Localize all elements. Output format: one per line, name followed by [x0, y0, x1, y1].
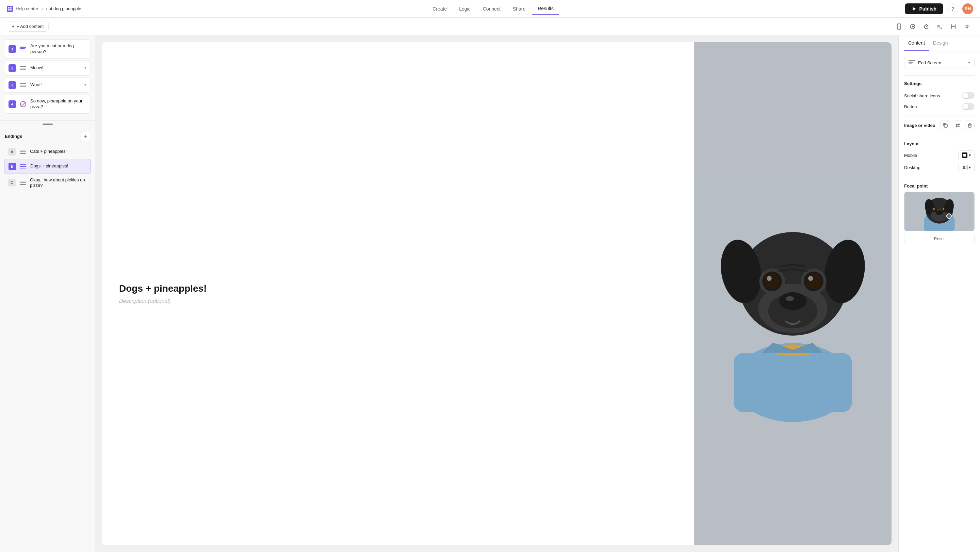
- endings-title: Endings: [5, 134, 22, 139]
- button-row: Button: [904, 101, 975, 112]
- question-item-3[interactable]: 3 Woof! ▾: [4, 78, 91, 92]
- svg-point-43: [786, 296, 794, 301]
- tab-content[interactable]: Content: [904, 35, 929, 51]
- svg-rect-59: [963, 154, 966, 157]
- tab-design[interactable]: Design: [929, 35, 952, 51]
- svg-rect-35: [733, 353, 852, 412]
- right-panel: Content Design End Screen ▾ Settings: [898, 35, 980, 552]
- endings-header: Endings +: [4, 132, 91, 141]
- desktop-layout-icon: [962, 165, 967, 170]
- panel-content: End Screen ▾ Settings Social share icons…: [899, 51, 980, 250]
- question-text-1: Are you a cat or a dog person?: [30, 43, 86, 55]
- publish-icon: [912, 6, 916, 11]
- canvas-wrapper: Dogs + pineapples! Description (optional…: [95, 35, 898, 552]
- svg-line-11: [926, 26, 927, 27]
- reset-button[interactable]: Reset: [904, 234, 975, 244]
- svg-rect-0: [8, 7, 10, 8]
- variables-icon[interactable]: [947, 21, 959, 33]
- copy-image-button[interactable]: [940, 121, 950, 130]
- help-button[interactable]: ?: [947, 3, 958, 14]
- arrow-icon-2: ▾: [84, 66, 86, 70]
- focal-point-title: Focal point: [904, 183, 975, 189]
- dog-photo: [694, 42, 891, 545]
- add-ending-button[interactable]: +: [81, 132, 90, 141]
- focal-thumbnail[interactable]: [904, 192, 975, 231]
- canvas-area: Dogs + pineapples! Description (optional…: [95, 35, 898, 552]
- question-item-1[interactable]: 1 Are you a cat or a dog person?: [4, 40, 91, 59]
- swap-image-button[interactable]: [953, 121, 962, 130]
- social-share-label: Social share icons: [904, 93, 940, 99]
- publish-button[interactable]: Publish: [905, 3, 943, 14]
- mobile-layout-select[interactable]: ▾: [958, 150, 975, 160]
- section-divider-2: [904, 137, 975, 137]
- svg-rect-32: [20, 184, 26, 185]
- svg-rect-23: [20, 86, 26, 87]
- button-toggle-knob: [963, 104, 969, 109]
- svg-marker-4: [913, 7, 916, 11]
- end-screen-dropdown[interactable]: End Screen ▾: [904, 57, 975, 68]
- button-toggle[interactable]: [962, 103, 975, 110]
- social-share-toggle[interactable]: [962, 92, 975, 99]
- svg-point-48: [764, 274, 780, 289]
- svg-rect-28: [20, 166, 26, 167]
- tab-connect[interactable]: Connect: [477, 3, 506, 14]
- ending-text-b: Dogs + pineapples!: [30, 163, 86, 169]
- end-screen-label: End Screen: [918, 60, 966, 65]
- question-item-2[interactable]: 2 Meow! ▾: [4, 60, 91, 76]
- delete-image-button[interactable]: [965, 121, 975, 130]
- settings-icon[interactable]: [961, 21, 973, 33]
- ending-item-b[interactable]: B Dogs + pineapples!: [4, 159, 91, 174]
- tab-results[interactable]: Results: [532, 3, 559, 14]
- ending-icon-a: [19, 148, 27, 156]
- question-number-4: 4: [8, 100, 16, 108]
- ending-badge-a: A: [8, 148, 16, 156]
- tab-share[interactable]: Share: [508, 3, 531, 14]
- main-layout: 1 Are you a cat or a dog person? 2: [0, 35, 980, 552]
- svg-rect-52: [908, 60, 915, 61]
- image-video-label: Image or video: [904, 123, 935, 128]
- svg-rect-19: [20, 68, 26, 68]
- add-icon: +: [12, 24, 14, 29]
- desktop-layout-select[interactable]: ▾: [958, 163, 975, 172]
- svg-rect-26: [20, 153, 26, 154]
- endings-section: Endings + A Cats + pineapples! B: [0, 127, 95, 196]
- user-avatar[interactable]: RH: [962, 3, 973, 14]
- svg-point-49: [806, 274, 821, 289]
- sidebar: 1 Are you a cat or a dog person? 2: [0, 35, 95, 552]
- svg-point-73: [943, 208, 944, 210]
- toolbar: + + Add content: [0, 18, 980, 35]
- scroll-indicator: [0, 121, 95, 127]
- play-icon[interactable]: [907, 21, 919, 33]
- svg-rect-21: [20, 83, 26, 84]
- svg-point-69: [936, 210, 943, 215]
- help-center-link[interactable]: Help center: [16, 6, 38, 11]
- dropdown-chevron-icon: ▾: [968, 60, 970, 65]
- svg-rect-25: [20, 151, 26, 152]
- question-text-4: So now, pineapple on your pizza?: [30, 99, 86, 110]
- ending-item-a[interactable]: A Cats + pineapples!: [4, 145, 91, 159]
- svg-point-71: [942, 207, 947, 212]
- canvas-title[interactable]: Dogs + pineapples!: [119, 283, 677, 294]
- timer-icon[interactable]: [920, 21, 932, 33]
- tab-create[interactable]: Create: [427, 3, 452, 14]
- nav-right: Publish ? RH: [905, 3, 973, 14]
- tab-logic[interactable]: Logic: [453, 3, 476, 14]
- mobile-preview-icon[interactable]: [893, 21, 905, 33]
- nav-brand: Help center > cat dog pineapple: [7, 6, 81, 12]
- svg-rect-22: [20, 85, 26, 86]
- svg-rect-56: [969, 124, 971, 127]
- arrow-icon-3: ▾: [84, 83, 86, 87]
- add-content-button[interactable]: + + Add content: [7, 21, 49, 32]
- ending-text-c: Okay...how about pickles on pizza?: [30, 177, 87, 189]
- ending-badge-b: B: [8, 163, 16, 170]
- question-item-4[interactable]: 4 So now, pineapple on your pizza?: [4, 95, 91, 114]
- canvas-description[interactable]: Description (optional): [119, 298, 677, 304]
- section-divider-1: [904, 116, 975, 116]
- social-share-row: Social share icons: [904, 90, 975, 101]
- canvas-image: [694, 42, 891, 545]
- svg-rect-15: [20, 47, 26, 48]
- logic-jump-icon[interactable]: [934, 21, 946, 33]
- ending-item-c[interactable]: C Okay...how about pickles on pizza?: [4, 174, 91, 192]
- nav-separator: >: [41, 6, 43, 11]
- question-text-2: Meow!: [30, 65, 81, 71]
